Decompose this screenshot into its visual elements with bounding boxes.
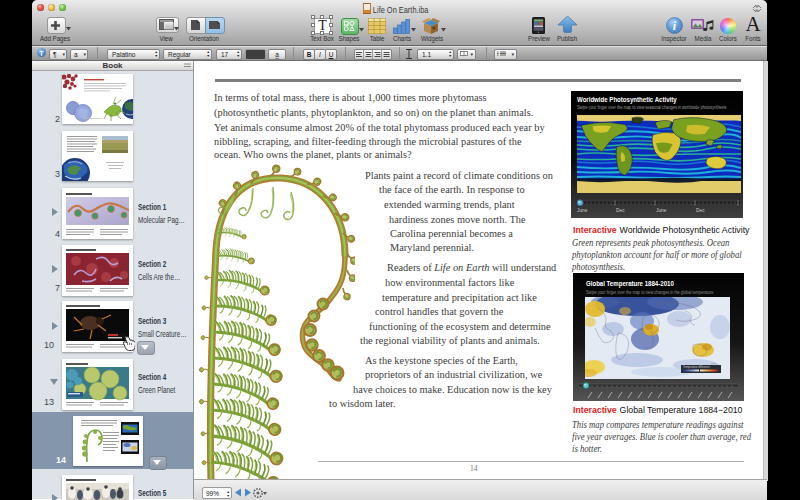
svg-text:Temperature difference: Temperature difference (683, 365, 710, 369)
